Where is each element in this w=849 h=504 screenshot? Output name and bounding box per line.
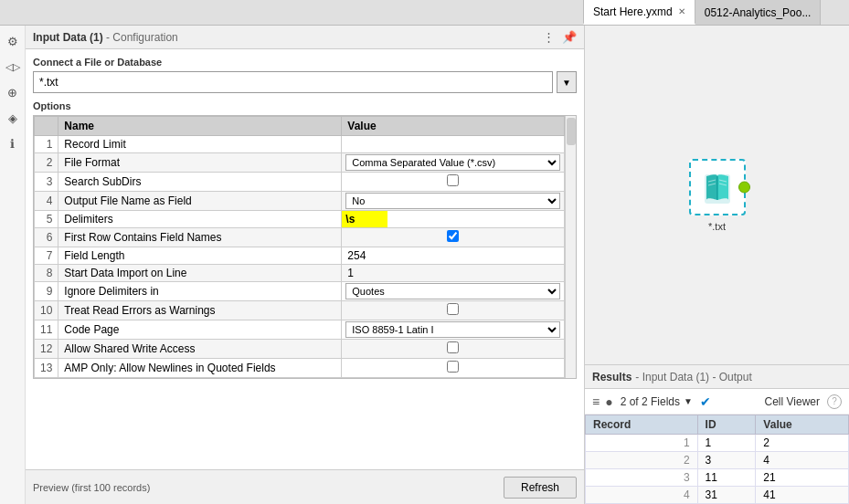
first-row-checkbox[interactable] bbox=[447, 230, 459, 242]
config-body: Connect a File or Database ▼ Options Nam… bbox=[26, 49, 584, 469]
file-format-select[interactable]: Comma Separated Value (*.csv) bbox=[345, 154, 560, 171]
row-name: Treat Read Errors as Warnings bbox=[58, 301, 342, 320]
options-table: Name Value 1 Record Limit 2 bbox=[34, 116, 565, 378]
ignore-delimiters-select[interactable]: Quotes bbox=[345, 283, 560, 299]
book-icon bbox=[699, 169, 736, 205]
table-row: 7 Field Length 254 bbox=[35, 247, 565, 265]
row-num: 13 bbox=[35, 359, 58, 378]
row-name: Delimiters bbox=[58, 211, 342, 228]
right-panel: *.txt Results - Input Data (1) - Output … bbox=[585, 26, 849, 504]
table-row: 3 Search SubDirs bbox=[35, 173, 565, 192]
row-num: 4 bbox=[35, 192, 58, 211]
row-value-text: 254 bbox=[342, 247, 565, 265]
config-header-actions: ⋮ 📌 bbox=[543, 30, 577, 44]
row-value-dropdown[interactable]: ISO 8859-1 Latin I bbox=[342, 320, 565, 340]
row-value-checkbox[interactable] bbox=[342, 359, 565, 378]
row-name: Code Page bbox=[58, 320, 342, 340]
value-cell: 4 bbox=[756, 452, 849, 469]
sidebar-icon-plus[interactable]: ⊕ bbox=[3, 82, 23, 102]
preview-text: Preview (first 100 records) bbox=[33, 482, 150, 493]
row-name: Allow Shared Write Access bbox=[58, 340, 342, 359]
options-table-wrapper: Name Value 1 Record Limit 2 bbox=[33, 115, 577, 379]
amp-only-checkbox[interactable] bbox=[447, 361, 459, 373]
tab-start-here[interactable]: Start Here.yxmd ✕ bbox=[583, 0, 695, 25]
value-cell: 41 bbox=[756, 487, 849, 504]
row-value-checkbox[interactable] bbox=[342, 340, 565, 359]
question-icon[interactable]: ? bbox=[827, 394, 842, 409]
config-subtitle: - Configuration bbox=[106, 31, 178, 44]
results-row: 2 3 4 bbox=[586, 452, 849, 469]
value-cell: 2 bbox=[756, 435, 849, 452]
row-value-dropdown[interactable]: Quotes bbox=[342, 282, 565, 301]
search-subdirs-checkbox[interactable] bbox=[447, 174, 459, 186]
row-num: 10 bbox=[35, 301, 58, 320]
check-mark-icon[interactable]: ✔ bbox=[700, 394, 711, 409]
file-input[interactable] bbox=[33, 71, 553, 93]
refresh-button[interactable]: Refresh bbox=[504, 477, 577, 499]
row-value-checkbox[interactable] bbox=[342, 301, 565, 320]
row-name: First Row Contains Field Names bbox=[58, 228, 342, 247]
sidebar-icon-gear[interactable]: ⚙ bbox=[3, 31, 23, 51]
id-cell: 1 bbox=[697, 435, 756, 452]
results-toolbar: ≡ ● 2 of 2 Fields ▼ ✔ Cell Viewer ? bbox=[585, 389, 849, 415]
row-num: 2 bbox=[35, 153, 58, 173]
id-cell: 3 bbox=[697, 452, 756, 469]
sidebar-icon-info[interactable]: ℹ bbox=[3, 133, 23, 153]
allow-shared-write-checkbox[interactable] bbox=[447, 341, 459, 353]
cell-viewer-label[interactable]: Cell Viewer bbox=[765, 395, 820, 408]
table-row: 6 First Row Contains Field Names bbox=[35, 228, 565, 247]
fields-dropdown[interactable]: 2 of 2 Fields ▼ bbox=[621, 395, 693, 408]
col-value-header: Value bbox=[342, 117, 565, 136]
col-value-header: Value bbox=[756, 415, 849, 435]
config-pin-icon[interactable]: 📌 bbox=[562, 30, 577, 44]
record-cell: 1 bbox=[586, 435, 698, 452]
row-name: Record Limit bbox=[58, 136, 342, 153]
col-num-header bbox=[35, 117, 58, 136]
record-cell: 3 bbox=[586, 469, 698, 487]
list-icon[interactable]: ≡ bbox=[592, 394, 600, 409]
row-value-text: 1 bbox=[342, 265, 565, 282]
output-file-name-select[interactable]: No bbox=[345, 193, 560, 209]
value-cell: 21 bbox=[756, 469, 849, 487]
results-table: Record ID Value 1 1 2 2 3 bbox=[585, 415, 849, 504]
node-connector bbox=[738, 181, 750, 193]
sidebar-icon-arrows[interactable]: ◁▷ bbox=[3, 57, 23, 77]
table-row: 10 Treat Read Errors as Warnings bbox=[35, 301, 565, 320]
tab-start-here-label: Start Here.yxmd bbox=[593, 5, 673, 18]
config-header: Input Data (1) - Configuration ⋮ 📌 bbox=[26, 26, 584, 49]
row-value-checkbox[interactable] bbox=[342, 228, 565, 247]
row-value bbox=[342, 136, 565, 153]
record-cell: 4 bbox=[586, 487, 698, 504]
connect-section-label: Connect a File or Database bbox=[33, 57, 577, 68]
table-row: 8 Start Data Import on Line 1 bbox=[35, 265, 565, 282]
tab-close-start-here[interactable]: ✕ bbox=[678, 6, 685, 16]
row-num: 12 bbox=[35, 340, 58, 359]
row-value-checkbox[interactable] bbox=[342, 173, 565, 192]
results-row: 1 1 2 bbox=[586, 435, 849, 452]
row-value-yellow[interactable] bbox=[342, 211, 565, 228]
row-value-dropdown[interactable]: Comma Separated Value (*.csv) bbox=[342, 153, 565, 173]
results-header: Results - Input Data (1) - Output bbox=[585, 365, 849, 389]
table-row: 1 Record Limit bbox=[35, 136, 565, 153]
tab-analytics[interactable]: 0512-Analytics_Poo... bbox=[695, 0, 822, 25]
row-name: File Format bbox=[58, 153, 342, 173]
row-num: 11 bbox=[35, 320, 58, 340]
row-num: 1 bbox=[35, 136, 58, 153]
dot-icon[interactable]: ● bbox=[605, 394, 612, 409]
fields-dropdown-arrow: ▼ bbox=[684, 396, 693, 406]
node-icon-wrapper[interactable] bbox=[689, 159, 746, 215]
sidebar-icon-diamond[interactable]: ◈ bbox=[3, 108, 23, 128]
row-value-dropdown[interactable]: No bbox=[342, 192, 565, 211]
delimiters-input[interactable] bbox=[342, 211, 387, 227]
results-title: Results bbox=[592, 371, 631, 383]
row-name: Ignore Delimiters in bbox=[58, 282, 342, 301]
treat-errors-checkbox[interactable] bbox=[447, 303, 459, 315]
col-id-header: ID bbox=[697, 415, 756, 435]
fields-label: 2 of 2 Fields bbox=[621, 395, 680, 408]
config-panel: Input Data (1) - Configuration ⋮ 📌 Conne… bbox=[26, 26, 585, 504]
file-dropdown-btn[interactable]: ▼ bbox=[557, 71, 577, 93]
table-row: 11 Code Page ISO 8859-1 Latin I bbox=[35, 320, 565, 340]
code-page-select[interactable]: ISO 8859-1 Latin I bbox=[345, 321, 560, 338]
id-cell: 11 bbox=[697, 469, 756, 487]
config-more-icon[interactable]: ⋮ bbox=[543, 30, 555, 44]
